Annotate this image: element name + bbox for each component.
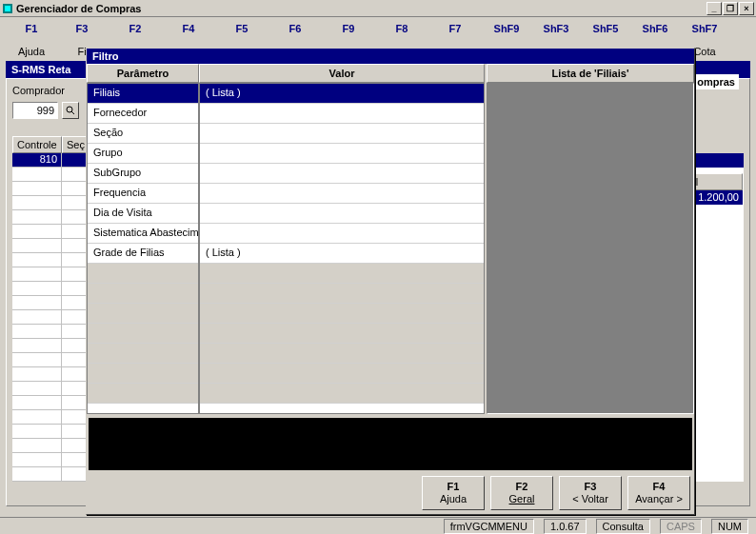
param-row[interactable] [88,344,198,364]
valor-row[interactable] [200,384,484,404]
valor-header: Valor [199,64,485,83]
column-valor: Valor ( Lista )( Lista ) [199,64,485,416]
filtro-dialog: Filtro Parâmetro FiliaisFornecedorSeçãoG… [86,48,695,515]
valor-row[interactable] [200,324,484,344]
dialog-button-row: F1 Ajuda F2 Geral F3 < Voltar F4 Avançar… [87,472,694,514]
param-row[interactable]: Sistematica Abastecim [88,224,198,244]
parametro-header: Parâmetro [87,64,199,83]
window-title: Gerenciador de Compras [16,3,706,14]
menu-shf9[interactable]: ShF9 [482,19,531,46]
menu-f2[interactable]: F2 [109,19,162,46]
valor-row[interactable] [200,304,484,324]
ajuda-button[interactable]: F1 Ajuda [422,476,485,510]
close-button[interactable]: × [739,2,754,15]
menu-shf3[interactable]: ShF3 [531,19,581,46]
valor-list[interactable]: ( Lista )( Lista ) [199,83,485,414]
param-row[interactable]: Dia de Visita [88,204,198,224]
param-row[interactable]: Grupo [88,144,198,164]
valor-row[interactable] [200,264,484,284]
lista-panel [487,83,694,414]
valor-row[interactable]: ( Lista ) [200,244,484,264]
function-key-bar: F1 F3 F2 F4 F5 F6 F9 F8 F7 ShF9 ShF3 ShF… [0,17,756,46]
cell-controle: 810 [12,153,62,168]
menu-f1[interactable]: F1 [8,19,55,46]
comprador-label: Comprador [12,85,65,96]
svg-rect-1 [5,6,10,11]
svg-line-3 [71,111,74,114]
menu-f4[interactable]: F4 [162,19,215,46]
param-row[interactable]: SubGrupo [88,164,198,184]
menu-shf7[interactable]: ShF7 [680,19,729,46]
restore-button[interactable]: ❐ [723,2,738,15]
param-row[interactable] [88,384,198,404]
valor-row[interactable] [200,344,484,364]
app-icon [2,3,13,14]
lista-header: Lista de 'Filiais' [487,64,694,83]
voltar-button[interactable]: F3 < Voltar [559,476,622,510]
status-mode: Consulta [596,519,650,534]
grid-header-controle[interactable]: Controle [12,136,62,153]
param-row[interactable] [88,304,198,324]
menu-f9[interactable]: F9 [322,19,375,46]
valor-row[interactable]: ( Lista ) [200,84,484,104]
param-row[interactable] [88,284,198,304]
column-lista: Lista de 'Filiais' [487,64,694,416]
valor-row[interactable] [200,184,484,204]
menu-f7[interactable]: F7 [428,19,482,46]
parametro-list[interactable]: FiliaisFornecedorSeçãoGrupoSubGrupoFrequ… [87,83,199,414]
preview-bar [89,418,692,470]
minimize-button[interactable]: _ [706,2,722,15]
menu-shf6[interactable]: ShF6 [630,19,680,46]
param-row[interactable]: Seção [88,124,198,144]
menu-sub-0: Ajuda [8,46,55,59]
comprador-lookup-icon[interactable] [62,102,79,119]
status-form: frmVGCMMENU [444,519,534,534]
menu-f5[interactable]: F5 [215,19,269,46]
valor-row[interactable] [200,364,484,384]
param-row[interactable]: Fornecedor [88,104,198,124]
valor-row[interactable] [200,124,484,144]
status-num: NUM [711,519,748,534]
param-row[interactable] [88,264,198,284]
param-row[interactable] [88,324,198,344]
valor-row[interactable] [200,284,484,304]
geral-button[interactable]: F2 Geral [490,476,553,510]
status-version: 1.0.67 [544,519,587,534]
valor-row[interactable] [200,204,484,224]
column-parametro: Parâmetro FiliaisFornecedorSeçãoGrupoSub… [87,64,199,416]
dialog-title: Filtro [87,49,694,64]
valor-row[interactable] [200,104,484,124]
param-row[interactable]: Frequencia [88,184,198,204]
valor-row[interactable] [200,164,484,184]
menu-f3[interactable]: F3 [55,19,109,46]
param-row[interactable] [88,364,198,384]
avancar-button[interactable]: F4 Avançar > [627,476,690,510]
valor-row[interactable] [200,144,484,164]
header-fragment: ompras [693,74,739,89]
menu-shf5[interactable]: ShF5 [581,19,630,46]
window-controls: _ ❐ × [706,2,754,15]
status-caps: CAPS [660,519,702,534]
param-row[interactable]: Grade de Filias [88,244,198,264]
menu-f6[interactable]: F6 [269,19,322,46]
window-titlebar: Gerenciador de Compras _ ❐ × [0,0,756,17]
valor-row[interactable] [200,224,484,244]
comprador-input[interactable] [12,102,58,119]
param-row[interactable]: Filiais [88,84,198,104]
status-bar: frmVGCMMENU 1.0.67 Consulta CAPS NUM [0,517,756,534]
menu-f8[interactable]: F8 [375,19,428,46]
